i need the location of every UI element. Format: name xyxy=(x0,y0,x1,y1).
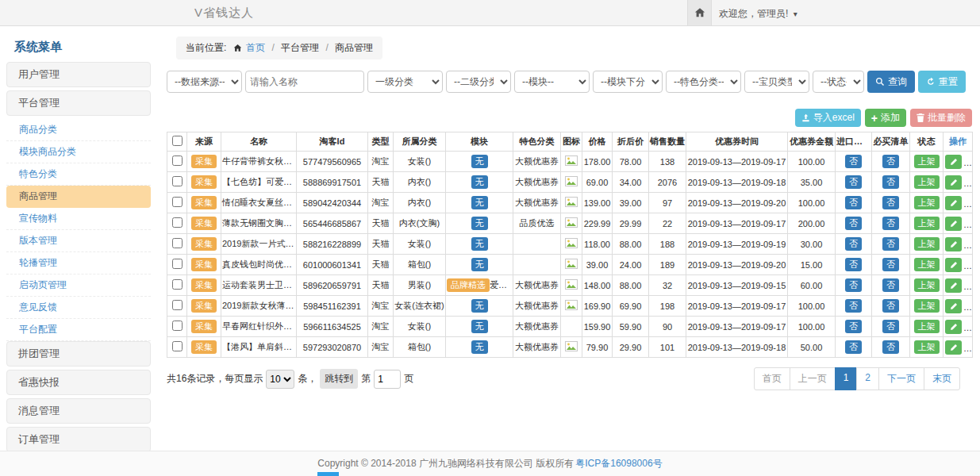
must-buy-badge[interactable]: 否 xyxy=(882,340,899,354)
edit-button[interactable] xyxy=(945,340,962,355)
feature-cell: 大额优惠券 xyxy=(513,193,561,213)
import-select-badge[interactable]: 否 xyxy=(845,320,862,333)
row-checkbox[interactable] xyxy=(172,279,183,290)
row-checkbox[interactable] xyxy=(172,259,183,269)
edit-button[interactable] xyxy=(945,320,962,334)
sidebar-item-module-goods-category[interactable]: 模块商品分类 xyxy=(6,141,151,163)
page-button-首页[interactable]: 首页 xyxy=(754,367,790,390)
row-checkbox[interactable] xyxy=(172,176,183,186)
status-badge[interactable]: 上架 xyxy=(914,320,940,333)
sidebar-item-carousel[interactable]: 轮播管理 xyxy=(6,252,151,274)
import-select-badge[interactable]: 否 xyxy=(845,340,862,354)
row-checkbox[interactable] xyxy=(172,197,183,207)
page-button-上一页[interactable]: 上一页 xyxy=(790,367,836,390)
import-select-badge[interactable]: 否 xyxy=(845,237,862,251)
row-checkbox[interactable] xyxy=(172,238,183,248)
row-checkbox[interactable] xyxy=(172,300,183,310)
item-type-filter[interactable]: --宝贝类型-- xyxy=(744,71,809,93)
must-buy-badge[interactable]: 否 xyxy=(882,217,899,230)
sidebar-item-version[interactable]: 版本管理 xyxy=(6,230,151,252)
must-buy-badge[interactable]: 否 xyxy=(882,175,899,189)
sidebar-item-promo-materials[interactable]: 宣传物料 xyxy=(6,208,151,230)
category-cell: 女装() xyxy=(394,152,446,172)
import-select-badge[interactable]: 否 xyxy=(845,196,862,209)
level1-category-filter[interactable]: 一级分类 xyxy=(367,71,443,93)
must-buy-badge[interactable]: 否 xyxy=(882,258,899,271)
sidebar-item-platform-config[interactable]: 平台配置 xyxy=(6,319,151,341)
module-sub-filter[interactable]: --模块下分类-- xyxy=(593,71,663,93)
edit-button[interactable] xyxy=(945,155,962,169)
edit-button[interactable] xyxy=(945,299,962,313)
name-input[interactable] xyxy=(245,71,364,93)
page-button-末页[interactable]: 末页 xyxy=(924,367,960,390)
sidebar-item-platform[interactable]: 平台管理 xyxy=(6,90,151,116)
add-button[interactable]: + 添加 xyxy=(865,109,906,127)
import-select-badge[interactable]: 否 xyxy=(845,258,862,271)
jump-page-input[interactable] xyxy=(374,370,401,389)
sidebar-item-users[interactable]: 用户管理 xyxy=(6,62,151,87)
must-buy-badge[interactable]: 否 xyxy=(882,237,899,251)
edit-button[interactable] xyxy=(945,237,962,251)
sidebar-item-feature-category[interactable]: 特色分类 xyxy=(6,163,151,186)
edit-button[interactable] xyxy=(945,196,962,210)
module-filter[interactable]: --模块-- xyxy=(514,71,590,93)
sidebar-item-messages[interactable]: 消息管理 xyxy=(6,398,151,424)
edit-icon xyxy=(950,240,958,248)
table-row: 采集运动套装男士卫衣初秋...589620659791天猫男装()品牌精选爱上运… xyxy=(167,275,973,296)
status-badge[interactable]: 上架 xyxy=(914,155,940,168)
import-select-badge[interactable]: 否 xyxy=(845,278,862,292)
module-badge: 无 xyxy=(471,155,488,168)
status-badge[interactable]: 上架 xyxy=(914,278,940,292)
page-button-1[interactable]: 1 xyxy=(835,367,858,390)
status-badge[interactable]: 上架 xyxy=(914,196,940,209)
sidebar-item-express-news[interactable]: 省惠快报 xyxy=(6,370,151,395)
edit-button[interactable] xyxy=(945,278,962,293)
edit-button[interactable] xyxy=(945,258,962,272)
status-badge[interactable]: 上架 xyxy=(914,237,940,251)
row-checkbox[interactable] xyxy=(172,155,183,166)
batch-delete-button[interactable]: 批量删除 xyxy=(910,109,972,127)
status-badge[interactable]: 上架 xyxy=(914,175,940,189)
edit-button[interactable] xyxy=(945,217,962,231)
page-size-select[interactable]: 10 xyxy=(266,370,294,389)
icp-link[interactable]: 粤ICP备16098006号 xyxy=(575,457,662,470)
page-button-下一页[interactable]: 下一页 xyxy=(878,367,924,390)
sidebar-item-groupbuy[interactable]: 拼团管理 xyxy=(6,341,151,367)
edit-button[interactable] xyxy=(945,175,962,190)
reset-button[interactable]: 重置 xyxy=(918,71,966,93)
status-badge[interactable]: 上架 xyxy=(914,217,940,230)
must-buy-badge[interactable]: 否 xyxy=(882,299,899,313)
must-buy-badge[interactable]: 否 xyxy=(882,196,899,209)
sidebar-item-orders[interactable]: 订单管理 xyxy=(6,427,151,452)
row-checkbox[interactable] xyxy=(172,217,183,228)
must-buy-badge[interactable]: 否 xyxy=(882,320,899,333)
import-excel-button[interactable]: 导入excel xyxy=(795,109,861,127)
status-badge[interactable]: 上架 xyxy=(914,340,940,354)
status-filter[interactable]: --状态-- xyxy=(813,71,864,93)
page-button-2[interactable]: 2 xyxy=(856,367,879,390)
home-button[interactable] xyxy=(687,0,712,25)
jump-button[interactable]: 跳转到 xyxy=(320,369,358,389)
feature-category-filter[interactable]: --特色分类-- xyxy=(666,71,741,93)
search-button[interactable]: 查询 xyxy=(867,71,915,93)
import-select-badge[interactable]: 否 xyxy=(845,299,862,313)
import-select-badge[interactable]: 否 xyxy=(845,155,862,168)
data-source-filter[interactable]: --数据来源-- xyxy=(167,71,242,93)
must-buy-badge[interactable]: 否 xyxy=(882,155,899,168)
sidebar-item-goods-category[interactable]: 商品分类 xyxy=(6,119,151,141)
status-badge[interactable]: 上架 xyxy=(914,258,940,271)
level2-category-filter[interactable]: --二级分类-- xyxy=(446,71,511,93)
sidebar-item-splash[interactable]: 启动页管理 xyxy=(6,274,151,297)
row-checkbox[interactable] xyxy=(172,341,183,351)
sidebar-item-feedback[interactable]: 意见反馈 xyxy=(6,297,151,319)
user-menu[interactable]: 欢迎您，管理员! ▾ xyxy=(719,7,797,21)
import-select-badge[interactable]: 否 xyxy=(845,175,862,189)
status-badge[interactable]: 上架 xyxy=(914,299,940,313)
sidebar-item-goods-admin[interactable]: 商品管理 xyxy=(6,186,151,208)
price-cell: 39.00 xyxy=(582,255,613,275)
import-select-badge[interactable]: 否 xyxy=(845,217,862,230)
must-buy-badge[interactable]: 否 xyxy=(882,278,899,292)
select-all-checkbox[interactable] xyxy=(172,136,183,146)
breadcrumb-home-link[interactable]: 首页 xyxy=(246,42,265,53)
row-checkbox[interactable] xyxy=(172,321,183,331)
